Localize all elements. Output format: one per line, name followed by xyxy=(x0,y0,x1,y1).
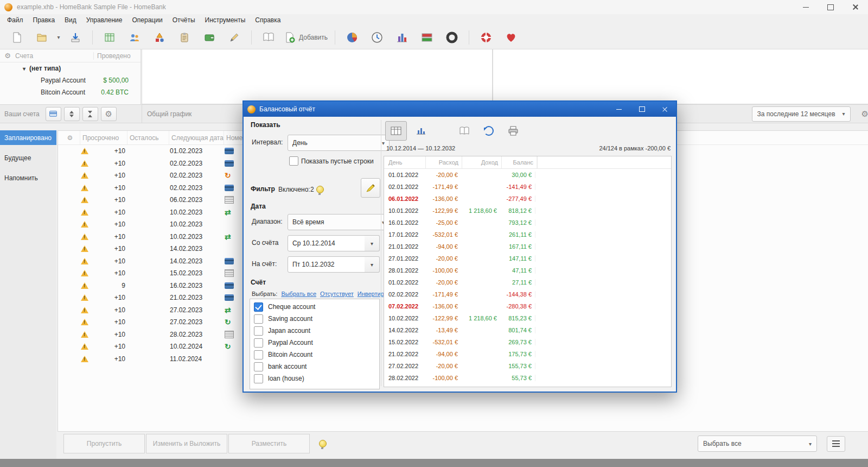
post-button[interactable]: Разместить xyxy=(228,434,310,453)
report-row[interactable]: 10.01.2022-122,99 €1 218,60 €818,12 € xyxy=(384,205,671,217)
edit-account-button[interactable] xyxy=(46,107,61,121)
select-all-dropdown[interactable]: Выбрать все ▾ xyxy=(698,436,817,452)
report-row[interactable]: 27.01.2022-20,00 €147,11 € xyxy=(384,253,671,264)
assignments-button[interactable] xyxy=(222,28,247,47)
report-row[interactable]: 28.02.2022-100,00 €55,73 € xyxy=(384,372,671,384)
accounts-col-status[interactable]: Проведено xyxy=(93,52,141,60)
clear-filter-button[interactable] xyxy=(361,178,380,198)
statistics-report-button[interactable] xyxy=(340,28,365,47)
menu-item[interactable]: Вид xyxy=(60,15,81,25)
print-button[interactable] xyxy=(503,122,524,140)
report-row[interactable]: 21.02.2022-94,00 €175,73 € xyxy=(384,348,671,360)
account-filter-row[interactable]: Bitcoin Account xyxy=(250,349,379,361)
account-filter-row[interactable]: Saving account xyxy=(250,313,379,325)
menu-item[interactable]: Управление xyxy=(81,15,127,25)
minimize-button[interactable] xyxy=(793,0,818,14)
interval-combobox[interactable]: День ▾ xyxy=(288,135,390,151)
new-file-button[interactable] xyxy=(4,28,29,47)
account-row[interactable]: Paypal Account$ 500,00 xyxy=(0,74,141,86)
account-filter-row[interactable]: bank account xyxy=(250,361,379,373)
select-all-link[interactable]: Выбрать все xyxy=(281,291,316,297)
checkbox[interactable] xyxy=(254,314,263,324)
scheduled-col-2[interactable]: Следующая дата xyxy=(169,131,224,144)
checkbox[interactable] xyxy=(254,350,263,359)
wallet-button[interactable] xyxy=(197,28,222,47)
report-row[interactable]: 01.01.2022-20,00 €30,00 € xyxy=(384,169,671,181)
close-button[interactable] xyxy=(843,0,868,14)
report-row[interactable]: 16.01.2022-25,00 €793,12 € xyxy=(384,217,671,229)
trendtime-report-button[interactable] xyxy=(365,28,390,47)
report-row[interactable]: 06.01.2022-136,00 €-277,49 € xyxy=(384,193,671,205)
dialog-close-button[interactable] xyxy=(653,102,676,117)
report-col-0[interactable]: День xyxy=(384,156,425,168)
panel-settings-button[interactable]: ⚙ xyxy=(861,109,868,119)
account-filter-row[interactable]: Cheque account xyxy=(250,301,379,313)
range-combobox[interactable]: Всё время ▾ xyxy=(288,214,390,230)
select-none-link[interactable]: Отсутствует xyxy=(320,291,354,297)
report-row[interactable]: 15.02.2022-532,01 €269,73 € xyxy=(384,336,671,348)
menu-item[interactable]: Инструменты xyxy=(200,15,251,25)
menu-item[interactable]: Файл xyxy=(2,15,28,25)
accounts-col-name[interactable]: Счета xyxy=(15,52,93,60)
detail-button[interactable] xyxy=(454,122,475,140)
payees-button[interactable] xyxy=(122,28,147,47)
menu-item[interactable]: Правка xyxy=(28,15,60,25)
accounts-button[interactable] xyxy=(97,28,122,47)
skip-button[interactable]: Пропустить xyxy=(63,434,145,453)
expand-all-button[interactable] xyxy=(64,107,80,121)
open-file-button[interactable] xyxy=(29,28,54,47)
menu-item[interactable]: Операции xyxy=(127,15,168,25)
checkbox[interactable] xyxy=(254,326,263,336)
show-ledger-button[interactable] xyxy=(256,28,281,47)
dialog-maximize-button[interactable] xyxy=(630,102,653,117)
open-recent-dropdown[interactable]: ▾ xyxy=(54,28,63,47)
report-row[interactable]: 27.02.2022-20,00 €155,73 € xyxy=(384,360,671,372)
report-row[interactable]: 17.01.2022-532,01 €261,11 € xyxy=(384,229,671,241)
maximize-button[interactable] xyxy=(818,0,843,14)
report-row[interactable]: 14.02.2022-13,49 €801,74 € xyxy=(384,324,671,336)
account-row[interactable]: Bitcoin Account0.42 BTC xyxy=(0,86,141,98)
save-button[interactable] xyxy=(63,28,88,47)
balance-report-button[interactable] xyxy=(414,28,439,47)
gear-icon[interactable]: ⚙ xyxy=(0,52,15,60)
help-button[interactable] xyxy=(474,28,499,47)
report-row[interactable]: 21.01.2022-94,00 €167,11 € xyxy=(384,241,671,253)
account-filter-row[interactable]: Paypal Account xyxy=(250,337,379,349)
accounts-settings-button[interactable]: ⚙ xyxy=(101,107,117,121)
to-date-field[interactable]: Пт 10.12.2032 xyxy=(288,256,374,273)
account-filter-row[interactable]: Japan account xyxy=(250,325,379,337)
scheduled-col-1[interactable]: Осталось xyxy=(127,131,169,144)
checkbox[interactable] xyxy=(254,302,263,312)
sidebar-tab-remind[interactable]: Напомнить xyxy=(0,171,56,185)
budget-report-button[interactable] xyxy=(390,28,414,47)
scheduled-col-0[interactable]: Просрочено xyxy=(80,131,127,144)
report-row[interactable]: 07.02.2022-136,00 €-280,38 € xyxy=(384,300,671,312)
refresh-button[interactable] xyxy=(478,122,499,140)
checkbox[interactable] xyxy=(254,374,263,383)
sidebar-tab-future[interactable]: Будущее xyxy=(0,150,56,165)
list-view-button[interactable] xyxy=(385,121,407,141)
show-empty-rows-checkbox[interactable] xyxy=(289,156,298,166)
from-date-dropdown-button[interactable]: ▾ xyxy=(365,235,380,251)
report-row[interactable]: 10.02.2022-122,99 €1 218,60 €815,23 € xyxy=(384,312,671,324)
menu-item[interactable]: Отчёты xyxy=(168,15,200,25)
edit-post-button[interactable]: Изменить и Выложить xyxy=(146,434,227,453)
chart-view-button[interactable] xyxy=(411,122,431,140)
sidebar-tab-scheduled[interactable]: Запланировано xyxy=(0,130,56,145)
vehicle-cost-button[interactable] xyxy=(439,28,464,47)
collapse-all-button[interactable] xyxy=(82,107,98,121)
to-date-dropdown-button[interactable]: ▾ xyxy=(365,256,380,273)
categories-button[interactable] xyxy=(147,28,172,47)
checkbox[interactable] xyxy=(254,362,263,371)
account-filter-row[interactable]: loan (house) xyxy=(250,373,379,384)
add-operation-button[interactable]: Добавить xyxy=(281,28,330,47)
menu-toggle-button[interactable] xyxy=(827,436,845,452)
menu-item[interactable]: Справка xyxy=(250,15,285,25)
range-filter-dropdown[interactable]: За последние 12 месяцев ▾ xyxy=(752,106,851,122)
report-row[interactable]: 28.01.2022-100,00 €47,11 € xyxy=(384,264,671,276)
dialog-minimize-button[interactable] xyxy=(608,102,630,117)
donate-button[interactable] xyxy=(499,28,524,47)
from-date-field[interactable]: Ср 10.12.2014 xyxy=(288,235,374,251)
report-row[interactable]: 02.02.2022-171,49 €-144,38 € xyxy=(384,288,671,300)
gear-icon[interactable]: ⚙ xyxy=(58,131,80,144)
